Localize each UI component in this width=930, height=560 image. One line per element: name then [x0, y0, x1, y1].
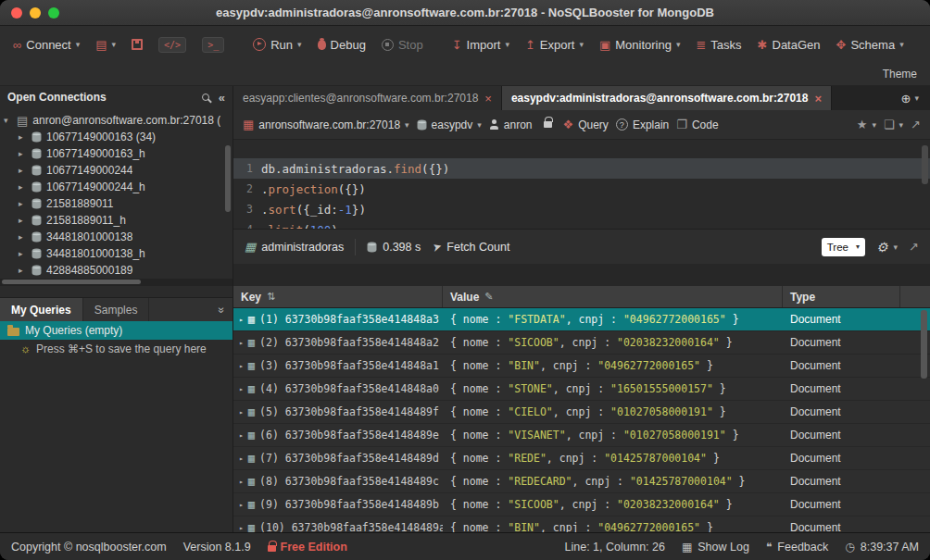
favorites-button[interactable]: ★ ▾ [857, 118, 876, 131]
value-cell[interactable]: { nome : "VISANET", cnpj : "010270580001… [443, 429, 783, 442]
export-button[interactable]: ↥ Export ▾ [525, 38, 584, 52]
scrollbar-thumb[interactable] [2, 280, 141, 284]
code-line[interactable]: 3 .sort({_id:-1}) [233, 199, 930, 219]
code-line[interactable]: 4 .limit(100) [233, 219, 930, 229]
query-mode-button[interactable]: ❖ Query [563, 118, 609, 131]
table-row[interactable]: ▸ ▦ (2) 63730b98faaf358e414848a2 { nome … [233, 331, 930, 355]
key-cell[interactable]: ▸ ▦ (1) 63730b98faaf358e414848a3 [233, 313, 443, 326]
new-tab-button[interactable]: ⊕ ▾ [890, 86, 930, 110]
editor-tab[interactable]: easypdv:administradoras@anronsoftware.co… [502, 86, 832, 110]
table-row[interactable]: ▸ ▦ (6) 63730b98faaf358e4148489e { nome … [233, 424, 930, 447]
datagen-button[interactable]: ✱ DataGen [758, 38, 821, 52]
monitoring-button[interactable]: ▣ Monitoring ▾ [599, 38, 681, 52]
expand-icon[interactable]: ▸ [19, 249, 27, 258]
value-cell[interactable]: { nome : "BIN", cnpj : "04962772000165" … [443, 359, 783, 372]
database-item[interactable]: ▸ 10677149000163_h [0, 145, 232, 162]
explain-button[interactable]: ? Explain [616, 118, 669, 131]
key-cell[interactable]: ▸ ▦ (5) 63730b98faaf358e4148489f [233, 405, 443, 418]
fetch-count-button[interactable]: ➤ Fetch Count [432, 241, 509, 254]
code-line[interactable]: 2 .projection({}) [233, 179, 930, 199]
debug-button[interactable]: Debug [318, 38, 366, 52]
stop-button[interactable]: Stop [382, 38, 423, 52]
editor-scrollbar[interactable] [922, 145, 928, 184]
column-header-type[interactable]: Type [783, 286, 900, 307]
editor-tab[interactable]: easyapp:clientes@anronsoftware.com.br:27… [233, 86, 502, 110]
connect-button[interactable]: ∞ Connect ▾ [13, 38, 80, 52]
value-cell[interactable]: { nome : "FSTDATA", cnpj : "049627720001… [443, 313, 783, 326]
table-row[interactable]: ▸ ▦ (8) 63730b98faaf358e4148489c { nome … [233, 470, 930, 493]
free-edition-badge[interactable]: Free Edition [268, 541, 347, 554]
shell-button[interactable]: >_ [202, 37, 224, 53]
breadcrumb-user[interactable]: anron [489, 118, 533, 131]
tree-vertical-scrollbar[interactable] [225, 145, 231, 212]
open-in-new-window-button[interactable]: ↗ [911, 118, 921, 131]
value-cell[interactable]: { nome : "BIN", cnpj : "04962772000165" … [443, 521, 783, 532]
database-item[interactable]: ▸ 34481801000138_h [0, 245, 232, 262]
table-row[interactable]: ▸ ▦ (1) 63730b98faaf358e414848a3 { nome … [233, 308, 930, 331]
expand-icon[interactable]: ▸ [19, 216, 27, 225]
key-cell[interactable]: ▸ ▦ (10) 63730b98faaf358e4148489a [233, 521, 443, 532]
schema-button[interactable]: ✥ Schema ▾ [836, 38, 904, 52]
database-item[interactable]: ▸ 21581889011_h [0, 212, 232, 229]
pencil-icon[interactable]: ✎ [484, 291, 493, 303]
database-item[interactable]: ▸ 10677149000244_h [0, 179, 232, 195]
key-cell[interactable]: ▸ ▦ (9) 63730b98faaf358e4148489b [233, 498, 443, 511]
value-cell[interactable]: { nome : "SICOOB", cnpj : "0203823200016… [443, 336, 783, 349]
tab-my-queries[interactable]: My Queries [0, 298, 83, 321]
expand-icon[interactable]: ▸ [19, 132, 27, 142]
minimize-window-button[interactable] [30, 7, 41, 19]
close-window-button[interactable] [11, 7, 22, 19]
sort-icon[interactable]: ⇅ [267, 291, 275, 303]
breadcrumb-server[interactable]: ▦ anronsoftware.com.br:27018 ▾ [243, 118, 409, 131]
tree-horizontal-scrollbar[interactable] [0, 279, 232, 286]
table-row[interactable]: ▸ ▦ (5) 63730b98faaf358e4148489f { nome … [233, 401, 930, 424]
expand-row-icon[interactable]: ▸ [239, 501, 244, 509]
show-log-button[interactable]: ▦ Show Log [682, 541, 749, 554]
open-recent-button[interactable]: ▤ ▾ [95, 39, 116, 51]
expand-row-icon[interactable]: ▸ [239, 524, 244, 532]
value-cell[interactable]: { nome : "SICOOB", cnpj : "0203823200016… [443, 498, 783, 511]
tab-samples[interactable]: Samples [83, 298, 150, 321]
expand-icon[interactable]: ▸ [19, 232, 27, 242]
key-cell[interactable]: ▸ ▦ (7) 63730b98faaf358e4148489d [233, 452, 443, 465]
value-cell[interactable]: { nome : "REDECARD", cnpj : "01425787000… [443, 475, 783, 488]
results-settings-button[interactable]: ⚙ ▾ [876, 240, 898, 255]
table-row[interactable]: ▸ ▦ (7) 63730b98faaf358e4148489d { nome … [233, 447, 930, 470]
table-row[interactable]: ▸ ▦ (9) 63730b98faaf358e4148489b { nome … [233, 493, 930, 516]
column-header-value[interactable]: Value ✎ [443, 286, 783, 307]
connection-root[interactable]: ▾ ▤ anron@anronsoftware.com.br:27018 ( [0, 112, 232, 129]
snippets-menu-button[interactable]: ❏ ▾ [884, 118, 903, 131]
expand-row-icon[interactable]: ▸ [239, 408, 244, 417]
expand-row-icon[interactable]: ▸ [239, 316, 244, 324]
value-cell[interactable]: { nome : "REDE", cnpj : "01425787000104"… [443, 452, 783, 465]
save-button[interactable] [132, 39, 143, 50]
key-cell[interactable]: ▸ ▦ (2) 63730b98faaf358e414848a2 [233, 336, 443, 349]
snippets-button[interactable]: </> [158, 37, 186, 53]
theme-link[interactable]: Theme [883, 68, 917, 81]
expand-icon[interactable]: ▸ [19, 166, 27, 175]
expand-row-icon[interactable]: ▸ [239, 385, 244, 393]
expand-row-icon[interactable]: ▸ [239, 431, 244, 440]
open-results-window-button[interactable]: ↗ [909, 241, 919, 253]
code-line[interactable]: 1 db.administradoras.find({}) [233, 158, 930, 179]
breadcrumb-database[interactable]: easypdv ▾ [417, 118, 482, 131]
key-cell[interactable]: ▸ ▦ (8) 63730b98faaf358e4148489c [233, 475, 443, 488]
value-cell[interactable]: { nome : "STONE", cnpj : "16501555000157… [443, 382, 783, 395]
zoom-window-button[interactable] [48, 7, 59, 19]
expand-icon[interactable]: ▸ [19, 266, 27, 275]
value-cell[interactable]: { nome : "CIELO", cnpj : "01027058000191… [443, 405, 783, 418]
database-item[interactable]: ▸ 21581889011 [0, 195, 232, 212]
tasks-button[interactable]: ≣ Tasks [696, 38, 741, 52]
tab-close-icon[interactable]: × [814, 92, 822, 106]
table-row[interactable]: ▸ ▦ (3) 63730b98faaf358e414848a1 { nome … [233, 355, 930, 378]
my-queries-folder[interactable]: My Queries (empty) [0, 321, 232, 340]
search-icon[interactable] [202, 93, 209, 101]
results-scrollbar[interactable] [921, 310, 927, 379]
expand-row-icon[interactable]: ▸ [239, 339, 244, 347]
tab-close-icon[interactable]: × [484, 92, 492, 106]
expand-row-icon[interactable]: ▸ [239, 454, 244, 463]
expand-panel-icon[interactable]: » [216, 306, 229, 313]
lock-icon[interactable] [544, 121, 552, 128]
database-item[interactable]: ▸ 34481801000138 [0, 229, 232, 245]
import-button[interactable]: ↧ Import ▾ [452, 38, 509, 52]
